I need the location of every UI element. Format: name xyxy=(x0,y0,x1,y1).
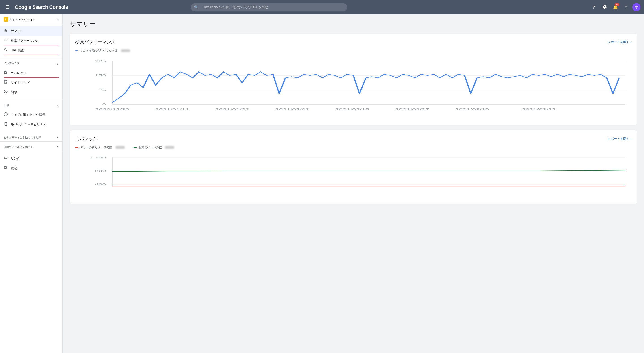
property-url: https://onca.co.jp/ xyxy=(10,18,55,21)
performance-icon xyxy=(4,38,8,43)
enhancements-nav: ウェブに関する主な指標 モバイル ユーザビリティ xyxy=(0,108,62,131)
svg-text:2021/01/11: 2021/01/11 xyxy=(155,108,189,111)
main-content: サマリー 検索パフォーマンス レポートを開く › ウェブ検索の合計クリック数: xyxy=(63,14,644,353)
search-icon xyxy=(4,48,8,53)
sidebar-item-summary[interactable]: サマリー xyxy=(0,26,62,36)
svg-text:800: 800 xyxy=(95,170,106,172)
svg-text:1,200: 1,200 xyxy=(89,156,106,159)
legend-color xyxy=(75,50,78,51)
home-icon xyxy=(4,29,8,34)
search-icon: 🔍 xyxy=(194,5,199,10)
sidebar-item-mobile-usability[interactable]: モバイル ユーザビリティ xyxy=(0,120,62,129)
collapse-icon: ∧ xyxy=(57,62,59,65)
collapse-icon: ∧ xyxy=(57,104,59,107)
mobile-icon xyxy=(4,122,8,127)
sidebar: 0 https://onca.co.jp/ ▾ サマリー 検索パフォーマンス xyxy=(0,14,63,353)
card-header: 検索パフォーマンス レポートを開く › xyxy=(75,39,632,45)
card-title: 検索パフォーマンス xyxy=(75,39,116,45)
settings-icon xyxy=(4,166,8,171)
legend-item-errors: エラーのあるページの数: xyxy=(75,145,125,149)
svg-text:2021/02/27: 2021/02/27 xyxy=(395,108,429,111)
svg-text:75: 75 xyxy=(98,89,106,91)
svg-text:2021/01/22: 2021/01/22 xyxy=(215,108,249,111)
coverage-chart-svg: 1,200 800 400 xyxy=(75,153,632,198)
svg-text:2021/03/22: 2021/03/22 xyxy=(522,108,556,111)
app-header: ☰ Google Search Console 🔍 ? 🔔 22 ⠿ オ xyxy=(0,0,644,14)
index-nav: カバレッジ サイトマップ 削除 xyxy=(0,66,62,99)
removals-icon xyxy=(4,90,8,95)
help-icon: ? xyxy=(593,5,595,10)
sidebar-item-label: 検索パフォーマンス xyxy=(11,39,59,43)
search-input[interactable] xyxy=(201,5,344,9)
sidebar-item-label: ウェブに関する主な指標 xyxy=(11,113,59,117)
svg-text:2021/03/10: 2021/03/10 xyxy=(455,108,489,111)
sidebar-item-web-vitals[interactable]: ウェブに関する主な指標 xyxy=(0,110,62,120)
nav-divider xyxy=(0,132,62,132)
nav-divider xyxy=(0,141,62,142)
sidebar-item-label: モバイル ユーザビリティ xyxy=(11,123,59,127)
sidebar-item-label: リンク xyxy=(11,157,59,161)
svg-text:2021/02/15: 2021/02/15 xyxy=(335,108,369,111)
expand-icon: ∨ xyxy=(57,136,59,139)
sidebar-item-url-inspection[interactable]: URL 検査 xyxy=(0,46,62,55)
grid-button[interactable]: ⠿ xyxy=(622,3,630,12)
performance-chart-svg: 225 150 75 0 2020/12/30 2021/01/11 2021/… xyxy=(75,56,632,119)
coverage-chart: 1,200 800 400 xyxy=(75,153,632,198)
svg-text:150: 150 xyxy=(95,74,106,77)
coverage-chart-legend: エラーのあるページの数: 有効なページの数: xyxy=(75,145,632,149)
search-bar[interactable]: 🔍 xyxy=(191,3,347,11)
card-header: カバレッジ レポートを開く › xyxy=(75,136,632,142)
sidebar-item-removals[interactable]: 削除 xyxy=(0,87,62,97)
svg-text:225: 225 xyxy=(95,60,106,63)
card-title: カバレッジ xyxy=(75,136,98,142)
sidebar-item-sitemaps[interactable]: サイトマップ xyxy=(0,78,62,87)
legend-value-blurred-valid xyxy=(165,146,174,149)
sidebar-item-label: 設定 xyxy=(11,166,59,170)
app-layout: 0 https://onca.co.jp/ ▾ サマリー 検索パフォーマンス xyxy=(0,14,644,353)
svg-text:2020/12/30: 2020/12/30 xyxy=(95,108,129,111)
sidebar-item-label: URL 検査 xyxy=(11,48,59,53)
header-actions: ? 🔔 22 ⠿ オ xyxy=(590,3,640,12)
bottom-nav: リンク 設定 xyxy=(0,152,62,175)
legend-item-clicks: ウェブ検索の合計クリック数: xyxy=(75,49,130,53)
sidebar-item-links[interactable]: リンク xyxy=(0,154,62,163)
sidebar-item-label: サマリー xyxy=(11,29,59,33)
grid-icon: ⠿ xyxy=(625,5,628,10)
chevron-right-icon: › xyxy=(630,40,632,44)
property-selector[interactable]: 0 https://onca.co.jp/ ▾ xyxy=(0,14,62,25)
sidebar-item-label: カバレッジ xyxy=(11,71,59,75)
search-performance-card: 検索パフォーマンス レポートを開く › ウェブ検索の合計クリック数: xyxy=(70,34,637,125)
property-icon: 0 xyxy=(4,17,8,22)
sidebar-item-search-performance[interactable]: 検索パフォーマンス xyxy=(0,36,62,46)
search-performance-chart: 225 150 75 0 2020/12/30 2021/01/11 2021/… xyxy=(75,56,632,120)
sidebar-item-label: 削除 xyxy=(11,90,59,94)
open-report-link-coverage[interactable]: レポートを開く › xyxy=(608,137,632,141)
settings-icon xyxy=(602,5,607,10)
nav-divider xyxy=(0,58,62,58)
menu-icon[interactable]: ☰ xyxy=(4,3,11,12)
legacy-section-header[interactable]: 以前のツールとレポート ∨ xyxy=(0,142,62,150)
chevron-right-icon: › xyxy=(630,137,632,141)
notifications-button[interactable]: 🔔 22 xyxy=(611,3,620,12)
svg-text:2021/02/03: 2021/02/03 xyxy=(275,108,309,111)
legend-value-blurred-error xyxy=(116,146,125,149)
open-report-link[interactable]: レポートを開く › xyxy=(608,40,632,44)
legend-color-error xyxy=(75,147,78,148)
coverage-card: カバレッジ レポートを開く › エラーのあるページの数: 有効なページの数: xyxy=(70,130,637,204)
sidebar-item-coverage[interactable]: カバレッジ xyxy=(0,68,62,78)
security-section-header[interactable]: セキュリティと手動による対策 ∨ xyxy=(0,133,62,140)
chart-legend: ウェブ検索の合計クリック数: xyxy=(75,49,632,53)
settings-button[interactable] xyxy=(600,3,609,12)
expand-icon: ∨ xyxy=(57,146,59,149)
app-logo: Google Search Console xyxy=(15,4,68,10)
index-section-header: インデックス ∧ xyxy=(0,59,62,66)
main-nav: サマリー 検索パフォーマンス URL 検査 xyxy=(0,25,62,57)
sidebar-item-settings[interactable]: 設定 xyxy=(0,163,62,173)
help-button[interactable]: ? xyxy=(590,3,598,12)
links-icon xyxy=(4,156,8,161)
sidebar-item-label: サイトマップ xyxy=(11,81,59,85)
avatar[interactable]: オ xyxy=(632,3,640,11)
property-dropdown-icon: ▾ xyxy=(57,17,59,22)
page-title: サマリー xyxy=(70,20,637,28)
notification-badge: 22 xyxy=(615,3,620,6)
